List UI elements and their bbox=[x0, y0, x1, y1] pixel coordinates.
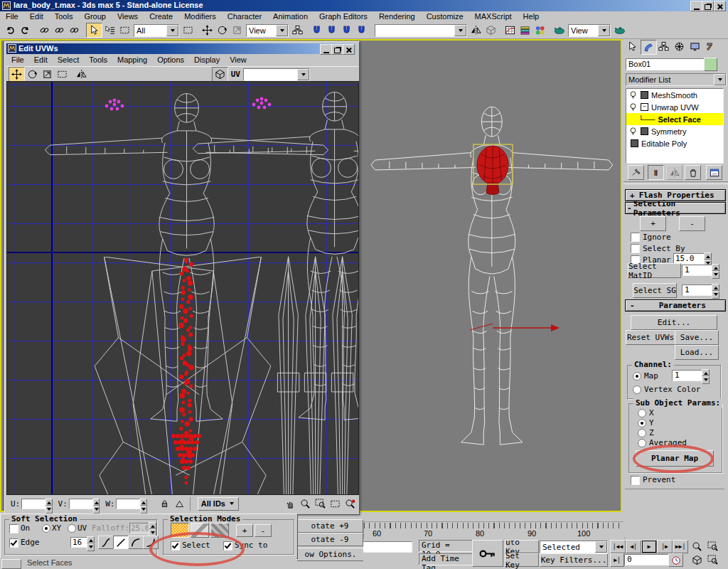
uvw-minimize-button[interactable] bbox=[320, 44, 332, 55]
id-filter-dropdown[interactable]: All IDs bbox=[198, 497, 239, 511]
visibility-bulb-icon[interactable] bbox=[628, 102, 638, 112]
w-spinner[interactable] bbox=[140, 499, 146, 509]
spinner-snap-icon[interactable] bbox=[354, 23, 369, 37]
stack-item-symmetry[interactable]: Symmetry bbox=[626, 125, 723, 137]
unlink-icon[interactable] bbox=[52, 23, 67, 37]
prompt-lock-box[interactable] bbox=[1, 559, 21, 569]
face-subobject-mode-button[interactable] bbox=[210, 523, 229, 538]
prevent-reflattening-checkbox[interactable] bbox=[631, 476, 640, 485]
uvw-scale-icon[interactable] bbox=[40, 68, 55, 81]
uvw-menu-item[interactable]: Mapping bbox=[112, 55, 152, 65]
restore-button[interactable] bbox=[702, 1, 714, 11]
edit-uvws-window[interactable]: Edit UVWs FileEditSelectToolsMappingOpti… bbox=[4, 41, 360, 515]
selection-region-icon[interactable] bbox=[117, 23, 132, 37]
stack-item-meshsmooth[interactable]: MeshSmooth bbox=[626, 89, 723, 101]
percent-snap-icon[interactable] bbox=[339, 23, 354, 37]
collapse-minus-icon[interactable]: − bbox=[641, 103, 648, 111]
zoom-to-selected-icon[interactable] bbox=[343, 497, 358, 511]
dropdown-arrow-icon[interactable] bbox=[714, 74, 726, 85]
quick-render-icon[interactable] bbox=[612, 23, 627, 37]
configure-modifier-sets-button[interactable] bbox=[706, 165, 722, 180]
zoom-all-icon[interactable] bbox=[705, 540, 720, 553]
stack-item-select-face[interactable]: └── Select Face bbox=[626, 113, 723, 125]
material-editor-icon[interactable] bbox=[532, 23, 547, 37]
align-x-radio[interactable] bbox=[638, 409, 646, 418]
u-spinner[interactable] bbox=[46, 499, 52, 509]
v-spinner[interactable] bbox=[93, 499, 100, 509]
menu-item[interactable]: Create bbox=[144, 11, 178, 22]
bind-spacewarp-icon[interactable] bbox=[67, 23, 82, 37]
v-field[interactable] bbox=[69, 499, 93, 509]
menu-item[interactable]: Rendering bbox=[373, 11, 421, 22]
key-mode-toggle-button[interactable]: ▶| bbox=[610, 553, 624, 567]
time-configuration-button[interactable] bbox=[668, 553, 683, 567]
texture-dropdown[interactable] bbox=[243, 68, 310, 81]
uvw-menu-item[interactable]: Display bbox=[189, 55, 225, 65]
tab-utilities[interactable] bbox=[703, 40, 718, 53]
edge-subobject-mode-button[interactable] bbox=[191, 523, 209, 538]
xy-radio[interactable] bbox=[42, 524, 50, 533]
render-scene-icon[interactable] bbox=[552, 23, 567, 37]
u-field[interactable] bbox=[21, 499, 46, 509]
zoom-extents-icon[interactable] bbox=[328, 497, 343, 511]
uvw-titlebar[interactable]: Edit UVWs bbox=[6, 43, 356, 54]
select-matid-button[interactable]: Select MatID bbox=[628, 263, 681, 278]
planar-map-button[interactable]: Planar Map bbox=[636, 450, 714, 467]
w-field[interactable] bbox=[116, 499, 140, 509]
curve-editor-icon[interactable] bbox=[503, 23, 518, 37]
menu-item[interactable]: Tools bbox=[49, 11, 79, 22]
key-filters-button[interactable]: Key Filters... bbox=[540, 553, 608, 567]
grow-selection-button[interactable]: + bbox=[236, 524, 253, 537]
matid-field[interactable]: 1 bbox=[682, 265, 714, 276]
uvw-menu-item[interactable]: Select bbox=[53, 55, 85, 65]
go-to-end-button[interactable]: ▶▶| bbox=[673, 540, 688, 553]
dropdown-arrow-icon[interactable] bbox=[598, 25, 610, 36]
menu-item[interactable]: Animation bbox=[267, 11, 314, 22]
select-object-button[interactable] bbox=[86, 23, 102, 38]
menu-item[interactable]: Group bbox=[78, 11, 112, 22]
uvw-mirror-icon[interactable] bbox=[74, 68, 89, 81]
modifier-list-dropdown[interactable]: Modifier List bbox=[626, 73, 727, 86]
remove-modifier-button[interactable] bbox=[685, 165, 701, 180]
soft-selection-on-checkbox[interactable] bbox=[9, 524, 18, 533]
shrink-selection-button[interactable]: - bbox=[255, 524, 272, 537]
menu-item[interactable]: Modifiers bbox=[178, 11, 222, 22]
menu-item[interactable]: Edit bbox=[24, 11, 49, 22]
tab-modify[interactable] bbox=[641, 40, 657, 55]
dropdown-arrow-icon[interactable] bbox=[454, 25, 466, 36]
align-z-radio[interactable] bbox=[638, 429, 646, 437]
sync-to-viewport-checkbox[interactable] bbox=[223, 541, 232, 551]
zoom-view-icon[interactable] bbox=[690, 540, 705, 553]
named-selection-dropdown[interactable] bbox=[375, 24, 467, 37]
go-to-start-button[interactable]: |◀◀ bbox=[610, 540, 626, 553]
window-crossing-icon[interactable] bbox=[181, 23, 196, 37]
object-name-field[interactable]: Box01 bbox=[626, 58, 705, 70]
vertex-color-radio[interactable] bbox=[633, 385, 641, 394]
menu-item[interactable]: Views bbox=[112, 11, 144, 22]
track-bar[interactable]: 60 70 80 90 100 bbox=[363, 521, 625, 540]
uvw-close-button[interactable] bbox=[343, 44, 355, 55]
mirror-icon[interactable] bbox=[469, 23, 483, 37]
minimize-button[interactable] bbox=[690, 1, 702, 11]
uvw-maximize-button[interactable] bbox=[331, 44, 343, 55]
object-color-swatch[interactable] bbox=[704, 58, 717, 71]
uv-canvas[interactable] bbox=[6, 81, 359, 495]
shrink-selection-button[interactable]: - bbox=[679, 216, 705, 231]
absolute-offset-icon[interactable] bbox=[172, 497, 187, 511]
falloff-fast-curve-button[interactable] bbox=[143, 536, 159, 549]
region-zoom-icon[interactable] bbox=[705, 553, 720, 567]
menu-item[interactable]: MAXScript bbox=[469, 11, 518, 22]
visibility-bulb-icon[interactable] bbox=[628, 90, 638, 100]
uvw-move-button[interactable] bbox=[9, 67, 25, 82]
vertex-subobject-mode-button[interactable] bbox=[171, 523, 189, 538]
use-center-icon[interactable] bbox=[290, 23, 305, 37]
save-uvws-button[interactable]: Save... bbox=[675, 330, 719, 345]
render-type-dropdown[interactable]: View bbox=[568, 24, 611, 37]
layer-manager-icon[interactable] bbox=[518, 23, 532, 37]
stack-item-unwrap-uvw[interactable]: − Unwrap UVW bbox=[626, 101, 723, 113]
align-averaged-radio[interactable] bbox=[638, 439, 646, 447]
menu-item[interactable]: Character bbox=[222, 11, 267, 22]
next-frame-button[interactable]: |▶ bbox=[657, 540, 673, 553]
edge-distance-spinner[interactable] bbox=[87, 536, 95, 548]
angle-snap-icon[interactable] bbox=[324, 23, 339, 37]
